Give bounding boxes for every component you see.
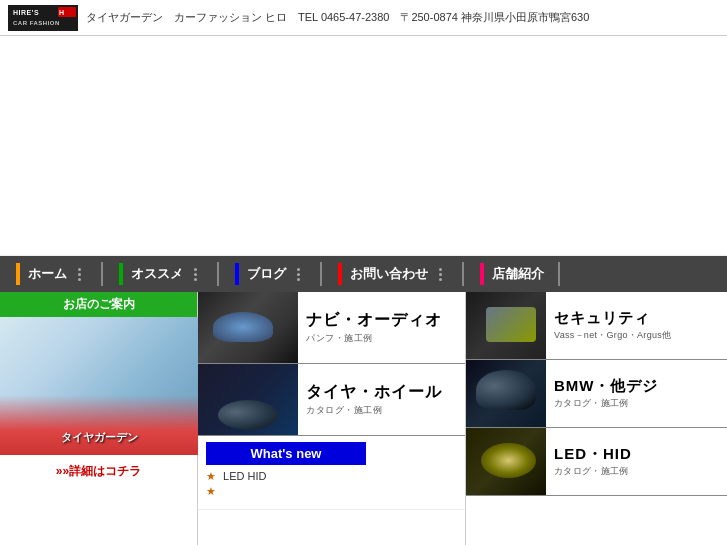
- rmenu-item-security[interactable]: セキュリティ Vass－net・Grgo・Argus他: [466, 292, 727, 360]
- center-menu-grid: ナビ・オーディオ パンフ・施工例 タイヤ・ホイール カタログ・施工例: [198, 292, 465, 436]
- menu-item-navi[interactable]: ナビ・オーディオ パンフ・施工例: [198, 292, 465, 364]
- svg-text:H: H: [59, 9, 65, 16]
- nav-dots-blog: [290, 263, 306, 285]
- logo-area: HIRE'S CAR FASHION H タイヤガーデン カーファッション ヒロ…: [8, 5, 589, 31]
- news-item-0: ★ LED HID: [206, 469, 457, 484]
- center-panel: ナビ・オーディオ パンフ・施工例 タイヤ・ホイール カタログ・施工例 What'…: [198, 292, 466, 545]
- nav-dots-contact: [432, 263, 448, 285]
- nav-dots-osusume: [187, 263, 203, 285]
- rmenu-title-bmw: BMW・他デジ: [554, 377, 719, 395]
- nav-item-store[interactable]: 店舗紹介: [464, 256, 560, 292]
- shop-link[interactable]: »詳細はコチラ: [0, 455, 197, 486]
- rmenu-title-security: セキュリティ: [554, 309, 719, 327]
- rmenu-text-led: LED・HID カタログ・施工例: [546, 428, 727, 495]
- nav-accent-blog: [235, 263, 239, 285]
- nav-label-blog: ブログ: [247, 265, 286, 283]
- nav-label-contact: お問い合わせ: [350, 265, 428, 283]
- main-content: お店のご案内 »詳細はコチラ ナビ・オーディオ パンフ・施工例 タイヤ・ホイール: [0, 292, 727, 545]
- rmenu-thumb-led: [466, 428, 546, 495]
- rmenu-subtitle-led: カタログ・施工例: [554, 465, 719, 478]
- shop-link-anchor[interactable]: »詳細はコチラ: [56, 464, 141, 478]
- whats-new-button[interactable]: What's new: [206, 442, 366, 465]
- menu-text-tire: タイヤ・ホイール カタログ・施工例: [298, 364, 465, 435]
- header-tagline: タイヤガーデン カーファッション ヒロ TEL 0465-47-2380 〒25…: [86, 10, 589, 25]
- left-panel: お店のご案内 »詳細はコチラ: [0, 292, 198, 545]
- rmenu-text-security: セキュリティ Vass－net・Grgo・Argus他: [546, 292, 727, 359]
- right-panel: セキュリティ Vass－net・Grgo・Argus他 BMW・他デジ カタログ…: [466, 292, 727, 545]
- nav-accent-contact: [338, 263, 342, 285]
- svg-text:HIRE'S: HIRE'S: [13, 9, 39, 16]
- nav-dots-home: [71, 263, 87, 285]
- nav-label-store: 店舗紹介: [492, 265, 544, 283]
- whats-new-section: What's new ★ LED HID ★: [198, 436, 465, 510]
- svg-text:CAR FASHION: CAR FASHION: [13, 20, 60, 26]
- shop-title: お店のご案内: [0, 292, 197, 317]
- rmenu-subtitle-bmw: カタログ・施工例: [554, 397, 719, 410]
- nav-item-home[interactable]: ホーム: [0, 256, 103, 292]
- nav-item-contact[interactable]: お問い合わせ: [322, 256, 464, 292]
- star-icon: ★: [206, 470, 216, 482]
- menu-text-navi: ナビ・オーディオ パンフ・施工例: [298, 292, 465, 363]
- shop-image: [0, 317, 198, 455]
- rmenu-title-led: LED・HID: [554, 445, 719, 463]
- rmenu-thumb-security: [466, 292, 546, 359]
- rmenu-item-bmw[interactable]: BMW・他デジ カタログ・施工例: [466, 360, 727, 428]
- nav-item-blog[interactable]: ブログ: [219, 256, 322, 292]
- nav-accent-osusume: [119, 263, 123, 285]
- navbar: ホーム オススメ ブログ お問い合わせ 店舗紹介: [0, 256, 727, 292]
- menu-title-tire: タイヤ・ホイール: [306, 382, 457, 401]
- menu-item-tire[interactable]: タイヤ・ホイール カタログ・施工例: [198, 364, 465, 436]
- nav-label-home: ホーム: [28, 265, 67, 283]
- menu-thumb-navi: [198, 292, 298, 363]
- logo-image: HIRE'S CAR FASHION H: [8, 5, 78, 31]
- news-item-1: ★: [206, 484, 457, 499]
- nav-label-osusume: オススメ: [131, 265, 183, 283]
- rmenu-item-led[interactable]: LED・HID カタログ・施工例: [466, 428, 727, 496]
- menu-subtitle-navi: パンフ・施工例: [306, 332, 457, 345]
- rmenu-subtitle-security: Vass－net・Grgo・Argus他: [554, 329, 719, 342]
- header: HIRE'S CAR FASHION H タイヤガーデン カーファッション ヒロ…: [0, 0, 727, 36]
- news-item-text-0: LED HID: [223, 470, 266, 482]
- rmenu-text-bmw: BMW・他デジ カタログ・施工例: [546, 360, 727, 427]
- menu-thumb-tire: [198, 364, 298, 435]
- news-list: ★ LED HID ★: [206, 465, 457, 503]
- banner-area: [0, 36, 727, 256]
- nav-item-osusume[interactable]: オススメ: [103, 256, 219, 292]
- rmenu-thumb-bmw: [466, 360, 546, 427]
- menu-subtitle-tire: カタログ・施工例: [306, 404, 457, 417]
- menu-title-navi: ナビ・オーディオ: [306, 310, 457, 329]
- star-icon-1: ★: [206, 485, 216, 497]
- nav-accent-home: [16, 263, 20, 285]
- nav-accent-store: [480, 263, 484, 285]
